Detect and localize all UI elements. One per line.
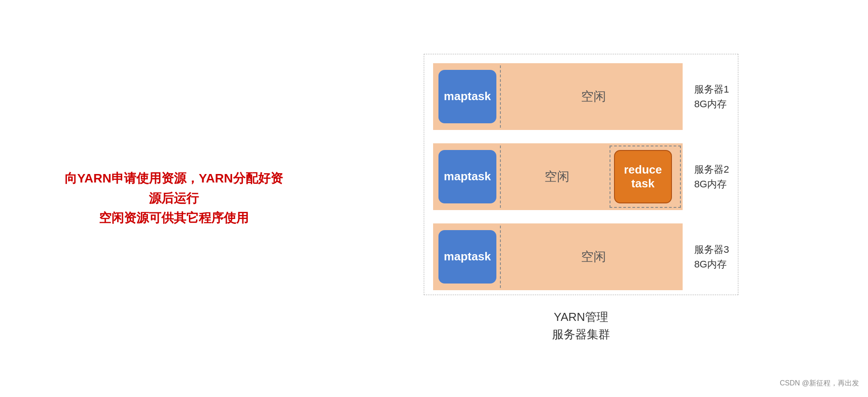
server-row-1: maptask 空闲 服务器1 8G内存 <box>433 63 729 130</box>
servers-outer: maptask 空闲 服务器1 8G内存 <box>424 54 738 295</box>
server-block-2: maptask 空闲 reducetask <box>433 143 683 210</box>
map-task-box-1: maptask <box>438 70 496 123</box>
left-section: 向YARN申请使用资源，YARN分配好资源后运行 空闲资源可供其它程序使用 <box>0 169 312 228</box>
divider-3 <box>500 226 501 288</box>
divider-1 <box>500 65 501 128</box>
reduce-task-box: reducetask <box>614 150 672 203</box>
idle-area-3: 空闲 <box>504 248 683 265</box>
diagram-area: maptask 空闲 服务器1 8G内存 <box>433 63 729 290</box>
server-row-3: maptask 空闲 服务器3 8G内存 <box>433 223 729 290</box>
map-task-box-2: maptask <box>438 150 496 203</box>
watermark: CSDN @新征程，再出发 <box>780 379 859 388</box>
right-section: maptask 空闲 服务器1 8G内存 <box>312 54 868 343</box>
server-label-2: 服务器2 8G内存 <box>694 162 729 191</box>
idle-area-1: 空闲 <box>504 88 683 105</box>
server-label-3: 服务器3 8G内存 <box>694 242 729 271</box>
description-line2: 空闲资源可供其它程序使用 <box>62 208 285 228</box>
description-text: 向YARN申请使用资源，YARN分配好资源后运行 空闲资源可供其它程序使用 <box>62 169 285 228</box>
divider-2 <box>500 146 501 208</box>
idle-area-2: 空闲 <box>504 168 610 185</box>
server-block-3: maptask 空闲 <box>433 223 683 290</box>
reduce-section: reducetask <box>610 146 681 208</box>
server-row-2: maptask 空闲 reducetask <box>433 143 729 210</box>
server-label-1: 服务器1 8G内存 <box>694 82 729 111</box>
yarn-label: YARN管理 服务器集群 <box>552 308 610 343</box>
description-line1: 向YARN申请使用资源，YARN分配好资源后运行 <box>62 169 285 209</box>
main-container: 向YARN申请使用资源，YARN分配好资源后运行 空闲资源可供其它程序使用 ma… <box>0 0 868 397</box>
map-task-box-3: maptask <box>438 230 496 284</box>
server-block-1: maptask 空闲 <box>433 63 683 130</box>
